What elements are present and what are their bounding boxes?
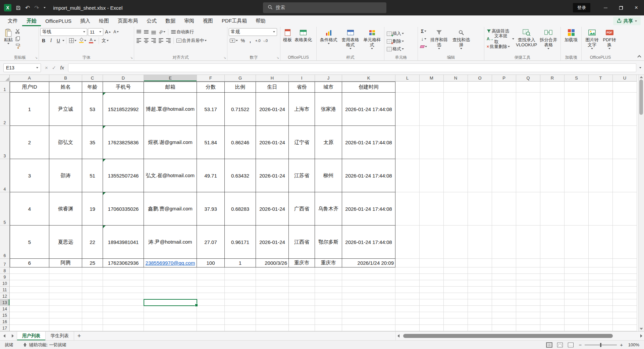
cell-Q11[interactable] bbox=[516, 287, 540, 293]
add-sheet-button[interactable]: + bbox=[74, 332, 84, 340]
cell-A8[interactable] bbox=[10, 267, 49, 274]
cell-F9[interactable] bbox=[197, 274, 225, 280]
phonetic-button[interactable]: 文 bbox=[101, 37, 110, 44]
column-header-Q[interactable]: Q bbox=[516, 75, 540, 82]
scroll-down-icon[interactable] bbox=[640, 328, 643, 330]
cell-Q16[interactable] bbox=[516, 318, 540, 325]
cell-I11[interactable] bbox=[289, 287, 315, 293]
column-header-F[interactable]: F bbox=[197, 75, 225, 82]
cell-P10[interactable] bbox=[492, 280, 516, 287]
cell-D9[interactable] bbox=[103, 274, 144, 280]
cell-C8[interactable] bbox=[82, 267, 103, 274]
cell-T1[interactable] bbox=[589, 82, 613, 93]
cell-A4[interactable]: 3 bbox=[10, 159, 49, 192]
cell-O1[interactable] bbox=[468, 82, 492, 93]
cell-T12[interactable] bbox=[589, 293, 613, 299]
cell-D2[interactable]: 15218522992 bbox=[103, 93, 144, 126]
cell-Q9[interactable] bbox=[516, 274, 540, 280]
cell-B7[interactable]: 阿腾 bbox=[49, 259, 82, 267]
cell-T16[interactable] bbox=[589, 318, 613, 325]
bold-button[interactable]: B bbox=[40, 37, 47, 44]
cell-K2[interactable]: 2026-01-24 17:44:08 bbox=[342, 93, 395, 126]
vertical-scrollbar-thumb[interactable] bbox=[639, 80, 643, 115]
cell-Q13[interactable] bbox=[516, 299, 540, 306]
cell-P8[interactable] bbox=[492, 267, 516, 274]
cell-L2[interactable] bbox=[395, 93, 420, 126]
sheet-nav-right-button[interactable] bbox=[8, 332, 17, 340]
cell-T11[interactable] bbox=[589, 287, 613, 293]
cell-C16[interactable] bbox=[82, 318, 103, 325]
cell-B9[interactable] bbox=[49, 274, 82, 280]
cell-O10[interactable] bbox=[468, 280, 492, 287]
cell-U4[interactable] bbox=[613, 159, 637, 192]
cell-N14[interactable] bbox=[444, 306, 468, 312]
cell-M11[interactable] bbox=[420, 287, 444, 293]
cancel-icon[interactable]: × bbox=[45, 65, 48, 70]
pdf-convert-button[interactable]: PDF PDF转换 bbox=[601, 28, 618, 49]
undo-icon[interactable]: ↶ bbox=[25, 4, 30, 11]
cell-G14[interactable] bbox=[225, 306, 256, 312]
cell-K8[interactable] bbox=[342, 267, 395, 274]
cell-M16[interactable] bbox=[420, 318, 444, 325]
cell-D16[interactable] bbox=[103, 318, 144, 325]
cell-N17[interactable] bbox=[444, 325, 468, 331]
cell-A17[interactable] bbox=[10, 325, 49, 331]
cell-O13[interactable] bbox=[468, 299, 492, 306]
column-header-R[interactable]: R bbox=[540, 75, 565, 82]
tab-insert[interactable]: 插入 bbox=[76, 15, 95, 26]
cell-styles-button[interactable]: 单元格样式 bbox=[361, 28, 383, 49]
cell-H10[interactable] bbox=[256, 280, 289, 287]
row-header-11[interactable]: 11 bbox=[0, 287, 10, 293]
column-header-I[interactable]: I bbox=[289, 75, 315, 82]
cell-Q5[interactable] bbox=[516, 192, 540, 226]
login-button[interactable]: 登录 bbox=[573, 3, 590, 12]
cell-A1[interactable]: 用户ID bbox=[10, 82, 49, 93]
zoom-slider[interactable] bbox=[585, 345, 617, 345]
cell-F8[interactable] bbox=[197, 267, 225, 274]
tab-draw[interactable]: 绘图 bbox=[95, 15, 113, 26]
cell-E14[interactable] bbox=[144, 306, 197, 312]
cell-J1[interactable]: 城市 bbox=[315, 82, 342, 93]
cell-O9[interactable] bbox=[468, 274, 492, 280]
cell-S16[interactable] bbox=[565, 318, 589, 325]
cell-G4[interactable]: 0.63432 bbox=[225, 159, 256, 192]
cell-L11[interactable] bbox=[395, 287, 420, 293]
cell-E15[interactable] bbox=[144, 312, 197, 318]
cell-H4[interactable]: 2026-01-24 bbox=[256, 159, 289, 192]
row-header-2[interactable]: 2 bbox=[0, 93, 10, 126]
cell-U16[interactable] bbox=[613, 318, 637, 325]
cell-U5[interactable] bbox=[613, 192, 637, 226]
column-header-E[interactable]: E bbox=[144, 75, 197, 82]
image-to-text-button[interactable]: 图片转 文字 bbox=[583, 28, 601, 49]
cell-T2[interactable] bbox=[589, 93, 613, 126]
cell-H13[interactable] bbox=[256, 299, 289, 306]
cell-C17[interactable] bbox=[82, 325, 103, 331]
cell-B11[interactable] bbox=[49, 287, 82, 293]
cell-L16[interactable] bbox=[395, 318, 420, 325]
cell-I8[interactable] bbox=[289, 267, 315, 274]
cell-M2[interactable] bbox=[420, 93, 444, 126]
cell-J13[interactable] bbox=[315, 299, 342, 306]
cell-E5[interactable]: 鑫鹏.曹@gmail.com bbox=[144, 192, 197, 226]
cell-H14[interactable] bbox=[256, 306, 289, 312]
cell-U9[interactable] bbox=[613, 274, 637, 280]
split-merge-button[interactable]: 拆分合并 表格 bbox=[538, 28, 559, 49]
cell-I14[interactable] bbox=[289, 306, 315, 312]
cell-I1[interactable]: 省份 bbox=[289, 82, 315, 93]
row-header-1[interactable]: 1 bbox=[0, 82, 10, 93]
row-header-5[interactable]: 5 bbox=[0, 192, 10, 226]
cell-U6[interactable] bbox=[613, 226, 637, 259]
cell-O3[interactable] bbox=[468, 126, 492, 159]
cell-G13[interactable] bbox=[225, 299, 256, 306]
orientation-button[interactable]: ab bbox=[158, 28, 166, 36]
cell-B13[interactable] bbox=[49, 299, 82, 306]
column-header-M[interactable]: M bbox=[420, 75, 444, 82]
cell-L4[interactable] bbox=[395, 159, 420, 192]
cell-T4[interactable] bbox=[589, 159, 613, 192]
tab-help[interactable]: 帮助 bbox=[251, 15, 270, 26]
cell-S3[interactable] bbox=[565, 126, 589, 159]
cell-S17[interactable] bbox=[565, 325, 589, 331]
alignment-dialog-launcher-icon[interactable]: ↘ bbox=[223, 56, 226, 59]
cell-O11[interactable] bbox=[468, 287, 492, 293]
cell-P4[interactable] bbox=[492, 159, 516, 192]
